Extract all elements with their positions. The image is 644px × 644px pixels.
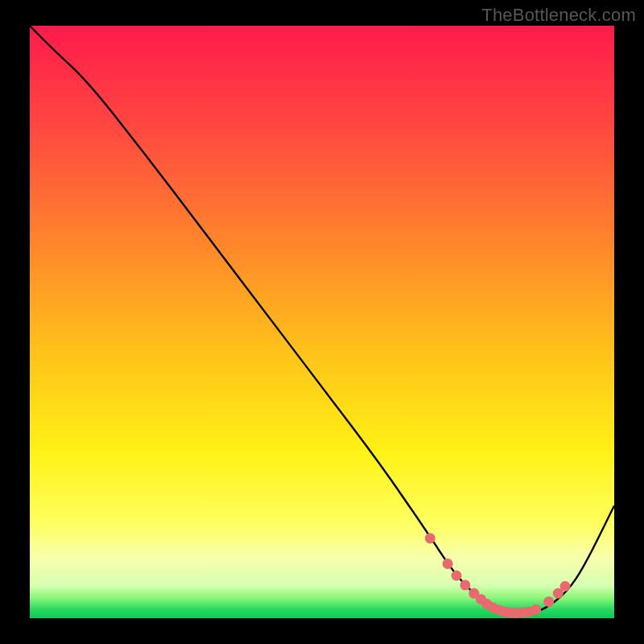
marker-dot — [425, 533, 436, 543]
bottleneck-chart — [0, 0, 644, 644]
chart-frame: TheBottleneck.com — [0, 0, 644, 644]
marker-dot — [451, 571, 461, 581]
marker-dot — [560, 581, 571, 592]
marker-dot — [543, 597, 554, 607]
plot-background — [30, 26, 614, 618]
marker-dot — [530, 605, 541, 615]
attribution-text: TheBottleneck.com — [481, 5, 636, 26]
marker-dot — [443, 559, 453, 569]
marker-dot — [460, 580, 470, 590]
